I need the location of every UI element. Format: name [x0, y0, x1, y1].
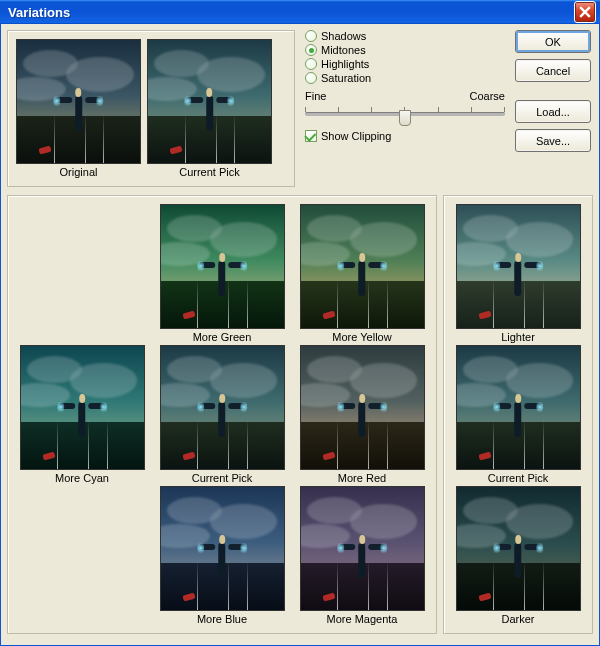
label-more-cyan: More Cyan [55, 472, 109, 484]
tone-radio-group: Shadows Midtones Highlights Saturation [305, 30, 505, 84]
adjustment-controls: Shadows Midtones Highlights Saturation F… [299, 30, 511, 142]
color-variations-panel: . More Green More Yellow More Cyan Curre… [7, 195, 437, 634]
radio-midtones[interactable]: Midtones [305, 44, 505, 56]
radio-shadows[interactable]: Shadows [305, 30, 505, 42]
thumbnail-more-cyan[interactable] [20, 345, 145, 470]
load-label: Load... [536, 106, 570, 118]
label-more-red: More Red [338, 472, 386, 484]
button-column: OK Cancel Load... Save... [515, 30, 593, 152]
intensity-slider[interactable] [305, 104, 505, 124]
thumbnail-current-pick-center[interactable] [160, 345, 285, 470]
label-more-magenta: More Magenta [327, 613, 398, 625]
label-current-pick-center: Current Pick [192, 472, 253, 484]
save-button[interactable]: Save... [515, 129, 591, 152]
load-button[interactable]: Load... [515, 100, 591, 123]
thumbnail-more-magenta[interactable] [300, 486, 425, 611]
slider-knob[interactable] [399, 110, 411, 126]
label-more-green: More Green [193, 331, 252, 343]
thumbnail-more-blue[interactable] [160, 486, 285, 611]
radio-shadows-label: Shadows [321, 30, 366, 42]
thumbnail-darker[interactable] [456, 486, 581, 611]
radio-highlights[interactable]: Highlights [305, 58, 505, 70]
radio-saturation-label: Saturation [321, 72, 371, 84]
close-icon [579, 6, 591, 18]
label-current-pick-top: Current Pick [179, 166, 240, 178]
title-bar: Variations [0, 0, 600, 24]
label-lighter: Lighter [501, 331, 535, 343]
label-more-blue: More Blue [197, 613, 247, 625]
thumbnail-more-green[interactable] [160, 204, 285, 329]
label-original: Original [60, 166, 98, 178]
thumbnail-more-red[interactable] [300, 345, 425, 470]
show-clipping-label: Show Clipping [321, 130, 391, 142]
cancel-label: Cancel [536, 65, 570, 77]
thumbnail-more-yellow[interactable] [300, 204, 425, 329]
show-clipping-checkbox[interactable]: Show Clipping [305, 130, 505, 142]
thumbnail-original[interactable] [16, 39, 141, 164]
slider-label-fine: Fine [305, 90, 326, 102]
label-more-yellow: More Yellow [332, 331, 391, 343]
radio-midtones-label: Midtones [321, 44, 366, 56]
ok-button[interactable]: OK [515, 30, 591, 53]
radio-highlights-label: Highlights [321, 58, 369, 70]
save-label: Save... [536, 135, 570, 147]
brightness-panel: Lighter Current Pick Darker [443, 195, 593, 634]
ok-label: OK [545, 36, 561, 48]
thumbnail-lighter[interactable] [456, 204, 581, 329]
cancel-button[interactable]: Cancel [515, 59, 591, 82]
thumbnail-current-pick-top[interactable] [147, 39, 272, 164]
window-title: Variations [8, 5, 574, 20]
thumbnail-current-pick-right[interactable] [456, 345, 581, 470]
window-close-button[interactable] [574, 1, 596, 23]
radio-saturation[interactable]: Saturation [305, 72, 505, 84]
slider-label-coarse: Coarse [470, 90, 505, 102]
label-darker: Darker [501, 613, 534, 625]
label-current-pick-right: Current Pick [488, 472, 549, 484]
original-current-panel: Original Current Pick [7, 30, 295, 187]
dialog-content: Original Current Pick Shadows Midtones H… [0, 24, 600, 646]
